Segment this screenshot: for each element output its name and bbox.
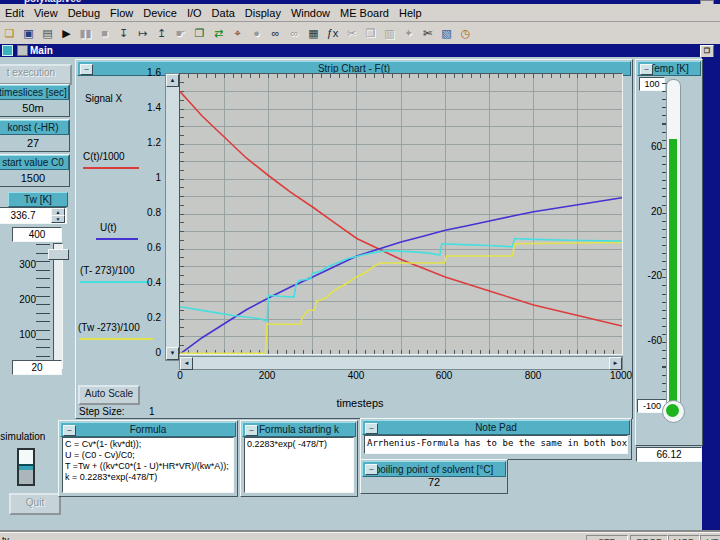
menu-item[interactable]: Device xyxy=(138,6,182,20)
x-axis-tick-label: 1000 xyxy=(610,370,632,381)
find-button[interactable]: ∞ xyxy=(267,25,284,42)
gauge-value-display: 66.12 xyxy=(636,447,702,462)
copy-button[interactable]: ❐ xyxy=(362,25,379,42)
y-axis-tick-label: 0.8 xyxy=(129,207,161,218)
io-connect-button[interactable]: ⇄ xyxy=(210,25,227,42)
minimize-icon[interactable]: – xyxy=(640,64,653,75)
start-value-label: start value C0 xyxy=(0,155,69,170)
menu-item[interactable]: ME Board xyxy=(335,6,394,20)
scroll-up-icon[interactable]: ▲ xyxy=(166,74,179,87)
menu-item[interactable]: Debug xyxy=(63,6,105,20)
menu-item[interactable]: Edit xyxy=(0,6,29,20)
tw-input[interactable]: 336.7 ▲ ▼ xyxy=(0,207,67,224)
status-bar: ty STD PROF MOD VR xyxy=(0,532,720,540)
notepad-textbox[interactable]: Arrhenius-Formula has to be the same in … xyxy=(364,435,628,454)
notepad-titlebar[interactable]: – Note Pad xyxy=(362,420,630,435)
konst-value[interactable]: 27 xyxy=(0,135,69,151)
hand-button[interactable]: ☛ xyxy=(172,25,189,42)
target-button[interactable]: ⌖ xyxy=(229,25,246,42)
tw-slider-track[interactable] xyxy=(53,243,63,369)
boiling-point-value[interactable]: 72 xyxy=(361,476,507,488)
menu-item[interactable]: Display xyxy=(240,6,286,20)
step-out-button[interactable]: ↥ xyxy=(153,25,170,42)
picture-button[interactable]: ▧ xyxy=(438,25,455,42)
print-button[interactable]: ▤ xyxy=(39,25,56,42)
simulation-label: d simulation xyxy=(0,431,56,442)
notepad-title: Note Pad xyxy=(475,422,517,433)
menu-item[interactable]: Flow xyxy=(105,6,138,20)
step-into-button[interactable]: ↧ xyxy=(115,25,132,42)
menu-item[interactable]: View xyxy=(29,6,63,20)
formula-k-title: Formula starting k xyxy=(259,424,339,435)
minimize-icon[interactable]: – xyxy=(245,425,258,436)
quit-button[interactable]: Quit xyxy=(9,493,61,515)
gauge-tick-label: 60 xyxy=(640,141,662,152)
open-button[interactable]: ❏ xyxy=(1,25,18,42)
x-axis-tick-label: 800 xyxy=(525,370,542,381)
formula-k-titlebar[interactable]: – Formula starting k xyxy=(242,422,356,437)
mdi-title: Main xyxy=(30,45,53,56)
menu-item[interactable]: Help xyxy=(394,6,427,20)
sphere-button[interactable]: ● xyxy=(248,25,265,42)
mdi-system-icon[interactable] xyxy=(2,45,13,56)
mdi-detail-icon[interactable] xyxy=(17,45,28,56)
slider-tick-label: 200 xyxy=(14,294,36,305)
formula-fx-button[interactable]: ƒx xyxy=(324,25,341,42)
status-cell-prof: PROF xyxy=(630,535,668,540)
auto-scale-button[interactable]: Auto Scale xyxy=(78,385,140,405)
legend-label-u: U(t) xyxy=(100,222,117,233)
konst-label: konst (-HR) xyxy=(0,120,69,135)
formula-k-textbox[interactable]: 0.2283*exp( -478/T) xyxy=(244,437,354,493)
menu-item[interactable]: Data xyxy=(207,6,240,20)
formula-title: Formula xyxy=(130,424,167,435)
pause-button[interactable]: ▮▮ xyxy=(77,25,94,42)
y-axis-tick-label: 1.6 xyxy=(129,67,161,78)
minimize-icon[interactable]: – xyxy=(80,64,93,75)
menu-item[interactable]: Window xyxy=(286,6,335,20)
slider-tick-label: 100 xyxy=(14,329,36,340)
temp-gauge-titlebar[interactable]: – Temp [K] xyxy=(637,61,701,76)
y-axis-tick-label: 1.4 xyxy=(129,102,161,113)
menu-bar: EditViewDebugFlowDeviceI/ODataDisplayWin… xyxy=(0,4,720,22)
legend-label-c: C(t)/1000 xyxy=(83,151,125,162)
object-lock-button[interactable]: ✦ xyxy=(400,25,417,42)
cut-button[interactable]: ✂ xyxy=(343,25,360,42)
slider-max-value: 400 xyxy=(12,227,62,242)
execution-button[interactable]: t execution xyxy=(0,64,72,85)
simulation-toggle-switch[interactable] xyxy=(17,448,35,486)
chart-horizontal-scrollbar[interactable]: ◄ ► xyxy=(179,356,623,370)
disconnect-button[interactable]: ✄ xyxy=(419,25,436,42)
timer-button[interactable]: ◷ xyxy=(457,25,474,42)
konst-field: konst (-HR) 27 xyxy=(0,119,70,152)
tw-label: Tw [K] xyxy=(8,192,68,207)
stop-button[interactable]: ■ xyxy=(96,25,113,42)
menu-item[interactable]: I/O xyxy=(182,6,207,20)
step-size-value[interactable]: 1 xyxy=(149,406,155,417)
scroll-left-icon[interactable]: ◄ xyxy=(180,357,193,370)
properties-button[interactable]: ▦ xyxy=(305,25,322,42)
y-axis-tick-label: 1.2 xyxy=(129,137,161,148)
start-value-value[interactable]: 1500 xyxy=(0,170,69,186)
formula-textbox[interactable]: C = Cv*(1- (kv*dt));U = (C0 - Cv)/C0;T =… xyxy=(62,437,234,493)
boiling-point-titlebar[interactable]: – boiling point of solvent [°C] xyxy=(362,461,506,477)
formula-line: T =Tw + ((kv*C0*(1 - U)*HR*VR)/(kw*A)); xyxy=(65,461,231,472)
minimize-icon[interactable]: – xyxy=(365,464,378,475)
minimize-icon[interactable]: – xyxy=(365,423,378,434)
boiling-point-label: boiling point of solvent [°C] xyxy=(375,464,494,475)
scroll-down-icon[interactable]: ▼ xyxy=(166,347,179,360)
scroll-right-icon[interactable]: ► xyxy=(609,357,622,370)
select-objects-button[interactable]: ❐ xyxy=(191,25,208,42)
run-button[interactable]: ▶ xyxy=(58,25,75,42)
gauge-tick-label: 20 xyxy=(640,206,662,217)
paste-button[interactable]: ▥ xyxy=(381,25,398,42)
step-over-button[interactable]: ↦ xyxy=(134,25,151,42)
minimize-icon[interactable]: – xyxy=(63,425,76,436)
formula-titlebar[interactable]: – Formula xyxy=(60,422,236,437)
find-next-button[interactable]: ∞ xyxy=(286,25,303,42)
gauge-tick-label: -60 xyxy=(640,335,662,346)
timeslices-value[interactable]: 50m xyxy=(0,100,69,116)
tw-spin-down-button[interactable]: ▼ xyxy=(51,215,65,223)
chart-vertical-scrollbar[interactable]: ▲ ▼ xyxy=(165,73,180,361)
save-button[interactable]: ▣ xyxy=(20,25,37,42)
tw-slider-handle[interactable] xyxy=(48,249,69,260)
